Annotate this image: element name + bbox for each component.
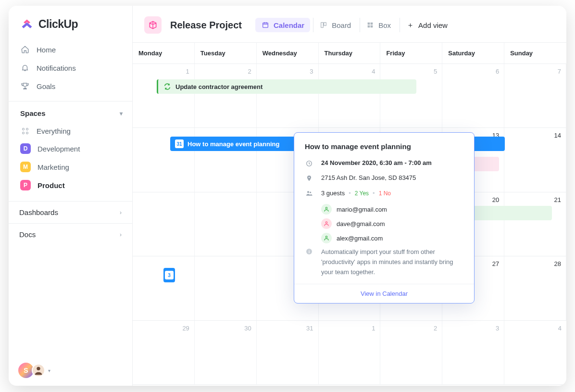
main-panel: Release Project Calendar Board xyxy=(133,6,566,386)
space-avatar-m: M xyxy=(20,162,31,172)
chevron-right-icon: › xyxy=(120,209,122,216)
event-blue-stub[interactable]: 3 xyxy=(163,268,175,282)
caret-down-icon: ▾ xyxy=(48,368,50,373)
calendar-cell[interactable]: 7 xyxy=(504,64,566,127)
day-number: 14 xyxy=(554,132,561,139)
calendar-cell[interactable]: 2 xyxy=(195,64,257,127)
info-icon xyxy=(305,247,313,277)
spaces-title: Spaces xyxy=(20,109,46,117)
brand-logo[interactable]: ClickUp xyxy=(9,6,132,40)
space-avatar-p: P xyxy=(20,180,31,190)
user-switcher[interactable]: S ▾ xyxy=(18,363,50,378)
nav-home[interactable]: Home xyxy=(9,40,132,59)
calendar-cell[interactable]: 6 xyxy=(442,64,504,127)
calendar-cell[interactable]: 30 xyxy=(195,321,257,384)
svg-point-10 xyxy=(310,191,311,193)
popover-datetime: 24 November 2020, 6:30 am - 7:00 am xyxy=(321,159,432,167)
chevron-down-icon: ▾ xyxy=(120,110,123,117)
guest-item[interactable]: mario@gmail.com xyxy=(321,204,463,215)
space-product-label: Product xyxy=(38,181,65,190)
svg-rect-3 xyxy=(324,23,326,26)
calendar-cell[interactable]: 14 xyxy=(504,128,566,191)
space-marketing[interactable]: M Marketing xyxy=(9,158,132,176)
calendar-cell[interactable]: 2 xyxy=(380,321,442,384)
board-icon xyxy=(319,21,328,29)
sidebar-docs[interactable]: Docs › xyxy=(9,223,132,245)
tab-board[interactable]: Board xyxy=(313,18,357,32)
calendar-cell[interactable] xyxy=(133,192,195,256)
tab-calendar[interactable]: Calendar xyxy=(255,18,310,32)
spaces-header[interactable]: Spaces ▾ xyxy=(9,101,132,122)
svg-point-11 xyxy=(325,207,327,209)
guest-item[interactable]: dave@gmail.com xyxy=(321,218,463,229)
space-product[interactable]: P Product xyxy=(9,176,132,194)
calendar-cell[interactable] xyxy=(195,192,257,256)
space-everything-label: Everything xyxy=(37,127,71,135)
tab-box[interactable]: Box xyxy=(360,18,397,32)
home-icon xyxy=(20,45,30,54)
popover-description: Automatically import your stuff from oth… xyxy=(321,247,463,277)
clickup-logo-icon xyxy=(20,17,34,31)
calendar-cell[interactable]: 3 xyxy=(257,64,319,127)
event-popover: How to manage event planning 24 November… xyxy=(294,132,475,303)
tab-add-view[interactable]: ＋ Add view xyxy=(400,18,453,32)
nav-goals-label: Goals xyxy=(37,82,55,90)
day-number: 1 xyxy=(186,68,189,75)
popover-description-row: Automatically import your stuff from oth… xyxy=(305,247,463,277)
sidebar-dashboards[interactable]: Dashboards › xyxy=(9,201,132,223)
calendar-cell[interactable]: 28 xyxy=(504,256,566,320)
calendar-date-icon: 3 xyxy=(165,271,174,279)
calendar-cell[interactable]: 29 xyxy=(133,321,195,384)
nav-goals[interactable]: Goals xyxy=(9,77,132,95)
calendar-cell[interactable]: 1 xyxy=(133,64,195,127)
calendar-cell[interactable]: 3 xyxy=(442,321,504,384)
popover-guests-row: 3 guests • 2 Yes • 1 No xyxy=(305,189,463,197)
calendar-cell[interactable] xyxy=(133,256,195,320)
calendar-cell[interactable]: 4 xyxy=(504,321,566,384)
day-number: 6 xyxy=(496,68,499,75)
day-number: 21 xyxy=(554,196,561,203)
person-icon xyxy=(321,204,332,215)
calendar-cell[interactable]: 31 xyxy=(257,321,319,384)
event-title: Update contractor agreement xyxy=(175,83,262,90)
nav-notifications-label: Notifications xyxy=(37,64,76,72)
guest-item[interactable]: alex@gmail.com xyxy=(321,233,463,243)
calendar-icon xyxy=(261,21,270,29)
day-number: 2 xyxy=(434,325,437,332)
calendar-cell[interactable]: 5 xyxy=(380,64,442,127)
calendar-cell[interactable]: 4 xyxy=(319,64,381,127)
popover-guests-count: 3 guests xyxy=(321,190,345,197)
guest-email: mario@gmail.com xyxy=(337,206,387,213)
view-tabs: Calendar Board Box ＋ Add view xyxy=(255,18,453,32)
popover-datetime-row: 24 November 2020, 6:30 am - 7:00 am xyxy=(305,159,463,167)
event-update-contractor[interactable]: Update contractor agreement xyxy=(157,79,416,94)
day-number: 4 xyxy=(372,68,375,75)
popover-view-in-calendar[interactable]: View in Calendar xyxy=(294,284,474,303)
plus-icon: ＋ xyxy=(406,21,414,29)
calendar-cell[interactable]: 1 xyxy=(319,321,381,384)
popover-yes-count: 2 Yes xyxy=(355,190,369,197)
space-everything[interactable]: Everything xyxy=(9,122,132,139)
weekday-thu: Thursday xyxy=(319,43,381,63)
weekday-fri: Friday xyxy=(380,43,442,63)
calendar-cell[interactable]: 21 xyxy=(504,192,566,256)
svg-rect-5 xyxy=(371,23,373,25)
calendar-cell[interactable] xyxy=(195,256,257,320)
popover-title: How to manage event planning xyxy=(305,142,463,151)
calendar-view: Monday Tuesday Wednesday Thursday Friday… xyxy=(133,42,566,386)
person-icon xyxy=(321,218,332,229)
tab-add-label: Add view xyxy=(418,21,448,29)
space-development[interactable]: D Development xyxy=(9,139,132,158)
nav-notifications[interactable]: Notifications xyxy=(9,59,132,77)
day-number: 28 xyxy=(554,260,561,267)
calendar-row: 1 2 3 4 5 6 7 Update contractor agreemen… xyxy=(133,64,566,128)
popover-footer-label: View in Calendar xyxy=(361,290,408,297)
space-avatar-d: D xyxy=(20,143,31,154)
event-title: How to manage event planning xyxy=(188,140,279,148)
sidebar: ClickUp Home Notifications Goals Spaces … xyxy=(9,6,133,386)
weekday-mon: Monday xyxy=(133,43,195,63)
svg-point-16 xyxy=(309,250,310,251)
topbar: Release Project Calendar Board xyxy=(133,6,566,42)
svg-rect-1 xyxy=(263,23,268,27)
tab-board-label: Board xyxy=(332,21,351,29)
